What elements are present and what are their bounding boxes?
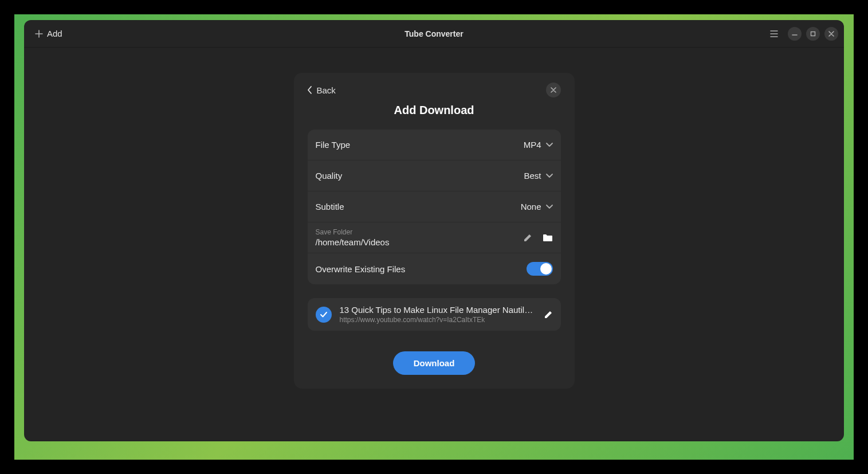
minimize-button[interactable] (788, 27, 802, 41)
dialog-title: Add Download (308, 104, 561, 117)
dialog-header: Back (308, 80, 561, 100)
close-icon (828, 31, 834, 37)
video-item[interactable]: 13 Quick Tips to Make Linux File Manager… (308, 298, 561, 331)
plus-icon (34, 29, 44, 38)
chevron-down-icon (546, 174, 553, 178)
folder-icon (543, 233, 553, 242)
menu-button[interactable] (765, 25, 783, 43)
add-download-dialog: Back Add Download File Type MP4 Quality (294, 73, 575, 389)
titlebar: Add Tube Converter (24, 20, 844, 48)
content-area: Back Add Download File Type MP4 Quality (24, 48, 844, 441)
main-window: Add Tube Converter Back (24, 20, 844, 441)
edit-folder-button[interactable] (523, 233, 532, 242)
maximize-icon (810, 31, 816, 37)
subtitle-row[interactable]: Subtitle None (308, 191, 561, 222)
chevron-down-icon (546, 205, 553, 209)
quality-value[interactable]: Best (524, 171, 552, 181)
subtitle-value[interactable]: None (521, 202, 553, 211)
app-title: Tube Converter (404, 29, 463, 38)
browse-folder-button[interactable] (543, 233, 553, 242)
file-type-value[interactable]: MP4 (524, 140, 553, 150)
back-button-label: Back (317, 85, 336, 95)
quality-row[interactable]: Quality Best (308, 160, 561, 191)
file-type-label: File Type (316, 140, 524, 150)
pencil-icon (544, 310, 553, 319)
overwrite-row: Overwrite Existing Files (308, 253, 561, 284)
save-folder-row: Save Folder /home/team/Videos (308, 222, 561, 253)
settings-group: File Type MP4 Quality Best Subtitle (308, 130, 561, 284)
minimize-icon (792, 31, 798, 37)
close-window-button[interactable] (824, 27, 838, 41)
close-dialog-button[interactable] (546, 83, 561, 97)
overwrite-label: Overwrite Existing Files (316, 264, 527, 274)
chevron-left-icon (308, 86, 312, 94)
subtitle-label: Subtitle (316, 202, 521, 211)
overwrite-toggle[interactable] (527, 262, 553, 276)
svg-rect-0 (811, 32, 815, 36)
hamburger-icon (769, 29, 779, 38)
toggle-knob (540, 263, 552, 275)
save-folder-label: Save Folder (316, 228, 523, 236)
close-icon (551, 87, 556, 93)
chevron-down-icon (546, 143, 553, 147)
maximize-button[interactable] (806, 27, 820, 41)
add-button[interactable]: Add (34, 29, 62, 38)
save-folder-path: /home/team/Videos (316, 237, 523, 247)
add-button-label: Add (47, 29, 62, 38)
video-url: https://www.youtube.com/watch?v=Ia2CaItx… (340, 316, 536, 324)
selected-check-icon[interactable] (316, 307, 332, 323)
edit-video-button[interactable] (544, 310, 553, 319)
download-button[interactable]: Download (393, 351, 476, 375)
checkmark-icon (320, 311, 328, 319)
file-type-row[interactable]: File Type MP4 (308, 130, 561, 160)
video-title: 13 Quick Tips to Make Linux File Manager… (340, 305, 536, 315)
back-button[interactable]: Back (308, 85, 336, 95)
pencil-icon (523, 233, 532, 242)
quality-label: Quality (316, 171, 524, 181)
